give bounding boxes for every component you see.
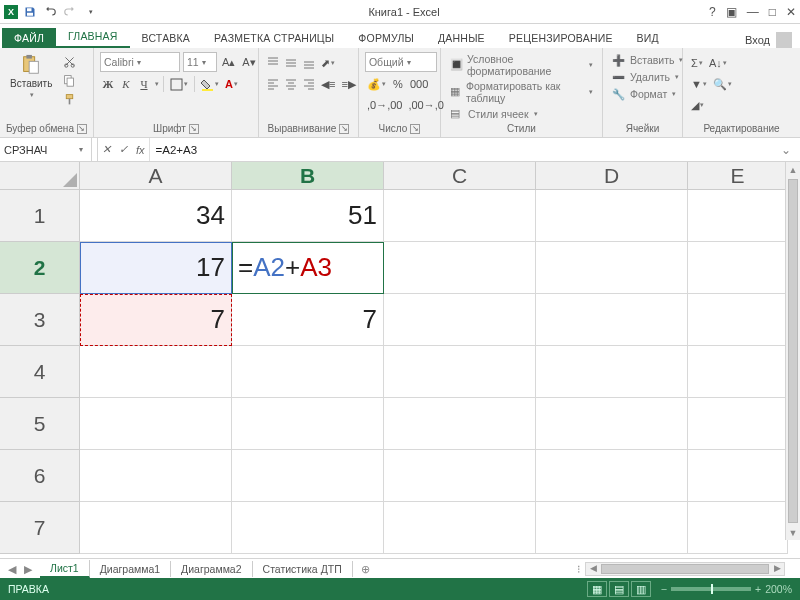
- sheet-tab-2[interactable]: Диаграмма1: [90, 561, 171, 577]
- format-cells-button[interactable]: 🔧Формат▾: [609, 86, 679, 102]
- cell-c2[interactable]: [384, 242, 536, 294]
- insert-function-icon[interactable]: fx: [136, 144, 145, 156]
- help-icon[interactable]: ?: [709, 5, 716, 19]
- page-layout-view-icon[interactable]: ▤: [609, 581, 629, 597]
- horizontal-scrollbar[interactable]: ◀ ▶: [585, 562, 785, 576]
- row-header-1[interactable]: 1: [0, 190, 80, 242]
- fill-icon[interactable]: ▼▾: [689, 75, 709, 93]
- ribbon-options-icon[interactable]: ▣: [726, 5, 737, 19]
- row-header-7[interactable]: 7: [0, 502, 80, 554]
- cell-b2[interactable]: =A2+A3: [232, 242, 384, 294]
- tab-file[interactable]: ФАЙЛ: [2, 28, 56, 48]
- cell-b7[interactable]: [232, 502, 384, 554]
- cell-c4[interactable]: [384, 346, 536, 398]
- align-center-icon[interactable]: [283, 75, 299, 93]
- cell-c1[interactable]: [384, 190, 536, 242]
- new-sheet-icon[interactable]: ⊕: [353, 563, 378, 575]
- decrease-indent-icon[interactable]: ◀≡: [319, 75, 337, 93]
- cell-d2[interactable]: [536, 242, 688, 294]
- accounting-format-icon[interactable]: 💰▾: [365, 75, 388, 93]
- cell-b5[interactable]: [232, 398, 384, 450]
- vertical-scrollbar[interactable]: ▲ ▼: [785, 162, 800, 540]
- delete-cells-button[interactable]: ➖Удалить▾: [609, 69, 682, 85]
- chevron-down-icon[interactable]: ▾: [75, 145, 87, 154]
- insert-cells-button[interactable]: ➕Вставить▾: [609, 52, 687, 68]
- cell-b4[interactable]: [232, 346, 384, 398]
- cell-a7[interactable]: [80, 502, 232, 554]
- clear-icon[interactable]: ◢▾: [689, 96, 706, 114]
- tab-data[interactable]: ДАННЫЕ: [426, 28, 497, 48]
- comma-format-icon[interactable]: 000: [408, 75, 430, 93]
- cell-e4[interactable]: [688, 346, 788, 398]
- percent-format-icon[interactable]: %: [390, 75, 406, 93]
- align-middle-icon[interactable]: [283, 54, 299, 72]
- col-header-c[interactable]: C: [384, 162, 536, 190]
- cell-a3[interactable]: 7: [80, 294, 232, 346]
- number-format-combo[interactable]: Общий▾: [365, 52, 437, 72]
- undo-icon[interactable]: [42, 4, 58, 20]
- cell-e1[interactable]: [688, 190, 788, 242]
- cell-c7[interactable]: [384, 502, 536, 554]
- cell-a4[interactable]: [80, 346, 232, 398]
- cell-e6[interactable]: [688, 450, 788, 502]
- row-header-2[interactable]: 2: [0, 242, 80, 294]
- shrink-font-icon[interactable]: A▾: [240, 53, 257, 71]
- formula-input[interactable]: =A2+A3 ⌄: [150, 138, 800, 161]
- sheet-tab-4[interactable]: Статистика ДТП: [253, 561, 353, 577]
- bold-button[interactable]: Ж: [100, 75, 116, 93]
- cell-d4[interactable]: [536, 346, 688, 398]
- cell-c6[interactable]: [384, 450, 536, 502]
- font-family-combo[interactable]: Calibri▾: [100, 52, 180, 72]
- page-break-view-icon[interactable]: ▥: [631, 581, 651, 597]
- find-select-icon[interactable]: 🔍▾: [711, 75, 734, 93]
- sort-filter-icon[interactable]: A↓▾: [707, 54, 729, 72]
- align-left-icon[interactable]: [265, 75, 281, 93]
- tab-page-layout[interactable]: РАЗМЕТКА СТРАНИЦЫ: [202, 28, 346, 48]
- select-all-corner[interactable]: [0, 162, 80, 190]
- col-header-a[interactable]: A: [80, 162, 232, 190]
- align-right-icon[interactable]: [301, 75, 317, 93]
- orientation-icon[interactable]: ⬈▾: [319, 54, 337, 72]
- col-header-e[interactable]: E: [688, 162, 788, 190]
- row-header-6[interactable]: 6: [0, 450, 80, 502]
- scroll-thumb[interactable]: [601, 564, 769, 574]
- row-header-4[interactable]: 4: [0, 346, 80, 398]
- cell-c3[interactable]: [384, 294, 536, 346]
- scroll-left-icon[interactable]: ◀: [586, 563, 600, 575]
- dialog-launcher-icon[interactable]: ↘: [189, 124, 199, 134]
- tab-formulas[interactable]: ФОРМУЛЫ: [346, 28, 426, 48]
- cell-e5[interactable]: [688, 398, 788, 450]
- dialog-launcher-icon[interactable]: ↘: [339, 124, 349, 134]
- cell-e3[interactable]: [688, 294, 788, 346]
- sheet-tab-1[interactable]: Лист1: [40, 560, 90, 578]
- sheet-tab-3[interactable]: Диаграмма2: [171, 561, 252, 577]
- cell-d1[interactable]: [536, 190, 688, 242]
- qat-customize-icon[interactable]: ▾: [83, 4, 99, 20]
- conditional-formatting-button[interactable]: 🔳Условное форматирование▾: [447, 52, 596, 78]
- minimize-icon[interactable]: —: [747, 5, 759, 19]
- col-header-d[interactable]: D: [536, 162, 688, 190]
- row-header-3[interactable]: 3: [0, 294, 80, 346]
- cell-b3[interactable]: 7: [232, 294, 384, 346]
- chevron-down-icon[interactable]: ▾: [155, 80, 159, 88]
- cell-a2[interactable]: 17: [80, 242, 232, 294]
- tab-insert[interactable]: ВСТАВКА: [130, 28, 202, 48]
- maximize-icon[interactable]: □: [769, 5, 776, 19]
- cell-a6[interactable]: [80, 450, 232, 502]
- dialog-launcher-icon[interactable]: ↘: [77, 124, 87, 134]
- tab-view[interactable]: ВИД: [625, 28, 671, 48]
- paste-button[interactable]: Вставить ▾: [6, 52, 56, 101]
- cell-b6[interactable]: [232, 450, 384, 502]
- cell-styles-button[interactable]: ▤Стили ячеек▾: [447, 106, 541, 122]
- grid[interactable]: A B C D E 1 34 51 2 17 =A2+A3 3 7 7 4 5: [0, 162, 800, 554]
- cell-d6[interactable]: [536, 450, 688, 502]
- zoom-slider[interactable]: [671, 587, 751, 591]
- close-icon[interactable]: ✕: [786, 5, 796, 19]
- font-size-combo[interactable]: 11▾: [183, 52, 217, 72]
- cell-b1[interactable]: 51: [232, 190, 384, 242]
- cell-d3[interactable]: [536, 294, 688, 346]
- save-icon[interactable]: [22, 4, 38, 20]
- sheet-nav-next-icon[interactable]: ▶: [24, 563, 32, 575]
- sheet-nav-prev-icon[interactable]: ◀: [8, 563, 16, 575]
- redo-icon[interactable]: [62, 4, 78, 20]
